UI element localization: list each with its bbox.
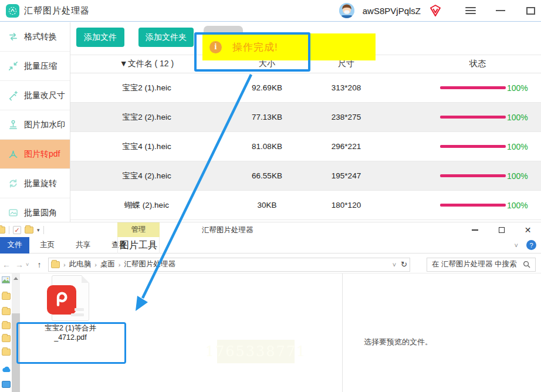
screenshot-stage: 汇帮图片处理器 awS8PVjPqlsZ 格式转换 批 [0, 0, 541, 392]
progress-bar [440, 86, 506, 89]
sidebar-item-image-to-pdf[interactable]: 图片转pdf [0, 140, 70, 169]
folder-icon[interactable] [2, 293, 11, 300]
file-size: 66.55KB [223, 171, 311, 180]
progress-percent: 100% [507, 201, 528, 210]
file-size: 30KB [223, 201, 311, 209]
folder-icon[interactable] [2, 335, 11, 342]
forward-icon[interactable]: → [13, 260, 26, 269]
batch-rotate-icon [8, 178, 19, 189]
explorer-titlebar: ✓ ▾ ✕ [0, 222, 541, 238]
tab-file[interactable]: 文件 [0, 237, 29, 254]
app-title: 汇帮图片处理器 [24, 5, 90, 16]
file-name: 蝴蝶 (2).heic [70, 200, 223, 211]
table-row[interactable]: 宝宝4 (1).heic 81.08KB 296*221 100% [70, 132, 541, 161]
pdf-file-icon [52, 275, 89, 321]
history-chevron-icon[interactable]: ˅ [26, 262, 33, 268]
watermark-box: 1765338771 [217, 340, 295, 363]
folder-icon [0, 227, 5, 234]
image-to-pdf-icon [8, 148, 19, 160]
help-icon[interactable]: ? [526, 240, 536, 250]
batch-resize-icon [8, 90, 19, 101]
sidebar-item-batch-rotate[interactable]: 批量旋转 [0, 169, 70, 198]
up-icon[interactable]: ↑ [33, 260, 46, 269]
breadcrumb-this-pc[interactable]: 此电脑 [66, 259, 95, 269]
sidebar-item-label: 批量旋转 [24, 178, 57, 189]
onedrive-cloud-icon[interactable] [2, 366, 11, 373]
file-dimension: 195*247 [311, 171, 381, 180]
file-dimension: 180*120 [311, 201, 381, 209]
address-dropdown-icon[interactable]: ˅ [393, 261, 396, 268]
search-placeholder: 在 汇帮图片处理器 中搜索 [432, 259, 516, 269]
checkmark-icon[interactable]: ✓ [13, 226, 21, 234]
app-logo-icon [6, 4, 19, 18]
user-avatar[interactable] [339, 3, 354, 18]
progress-percent: 100% [507, 171, 528, 181]
column-header-status[interactable]: 状态 [381, 59, 541, 69]
pdf-logo-icon [47, 285, 76, 315]
vip-badge-icon[interactable] [429, 4, 442, 17]
sidebar-item-label: 格式转换 [24, 32, 57, 42]
breadcrumb-desktop[interactable]: 桌面 [97, 259, 119, 269]
file-size: 77.13KB [223, 113, 311, 121]
file-size: 81.08KB [223, 142, 311, 151]
tab-manage[interactable]: 管理 [117, 222, 160, 237]
sidebar-item-format-convert[interactable]: 格式转换 [0, 22, 70, 52]
this-pc-icon[interactable] [2, 381, 11, 388]
preview-hint-text: 选择要预览的文件。 [364, 337, 516, 347]
batch-compress-icon [8, 60, 19, 72]
address-bar[interactable]: › 此电脑 › 桌面 › 汇帮图片处理器 ˅ ↻ [48, 258, 410, 272]
tab-picture-tools[interactable]: 图片工具 [117, 237, 160, 254]
sidebar-item-label: 图片加水印 [24, 120, 65, 130]
folder-icon[interactable] [25, 227, 33, 234]
progress-bar [440, 145, 506, 148]
app-minimize-button[interactable] [496, 10, 505, 11]
menu-icon[interactable] [465, 7, 476, 14]
refresh-icon[interactable]: ↻ [401, 260, 407, 269]
progress-bar [440, 204, 506, 207]
progress-bar [440, 174, 506, 177]
app-maximize-button[interactable] [526, 7, 535, 15]
table-row[interactable]: 宝宝2 (1).heic 92.69KB 313*208 100% [70, 73, 541, 103]
ribbon-tabs: 文件 主页 共享 查看 [0, 237, 541, 254]
folder-icon[interactable] [2, 349, 11, 356]
chevron-down-icon[interactable]: ▾ [37, 227, 40, 233]
annotation-highlight-box-file [16, 322, 126, 364]
folder-icon[interactable] [2, 322, 11, 329]
table-row[interactable]: 宝宝2 (2).heic 77.13KB 238*275 100% [70, 103, 541, 132]
pictures-icon[interactable] [2, 276, 10, 283]
sidebar-item-label: 批量改尺寸 [24, 90, 65, 101]
scroll-up-icon[interactable] [13, 277, 18, 280]
progress-percent: 100% [507, 83, 528, 93]
sidebar-item-batch-compress[interactable]: 批量压缩 [0, 52, 70, 81]
table-row[interactable]: 宝宝4 (2).heic 66.55KB 195*247 100% [70, 161, 541, 191]
file-dimension: 296*221 [311, 142, 381, 151]
file-name: 宝宝2 (1).heic [70, 83, 223, 93]
back-icon[interactable]: ← [0, 260, 13, 269]
sidebar-item-label: 批量圆角 [24, 208, 57, 218]
add-file-button[interactable]: 添加文件 [76, 28, 124, 47]
tab-share[interactable]: 共享 [65, 237, 101, 254]
sidebar-item-watermark[interactable]: 图片加水印 [0, 110, 70, 140]
sidebar-item-batch-resize[interactable]: 批量改尺寸 [0, 81, 70, 110]
add-folder-button[interactable]: 添加文件夹 [138, 28, 194, 47]
search-input[interactable]: 在 汇帮图片处理器 中搜索 [427, 258, 536, 272]
watermark-icon [8, 119, 19, 130]
explorer-minimize-button[interactable] [462, 222, 488, 238]
sidebar-item-label: 批量压缩 [24, 61, 57, 72]
explorer-close-button[interactable]: ✕ [515, 222, 541, 238]
explorer-maximize-button[interactable] [488, 222, 515, 238]
folder-icon[interactable] [2, 308, 11, 315]
progress-percent: 100% [507, 113, 528, 122]
file-name: 宝宝4 (2).heic [70, 171, 223, 181]
explorer-title: 汇帮图片处理器 [202, 225, 253, 235]
tab-home[interactable]: 主页 [29, 237, 65, 254]
annotation-highlight-box-toast [194, 32, 310, 72]
breadcrumb-folder[interactable]: 汇帮图片处理器 [121, 259, 180, 269]
app-titlebar: 汇帮图片处理器 awS8PVjPqlsZ [0, 0, 541, 22]
file-size: 92.69KB [223, 83, 311, 92]
preview-pane-divider[interactable] [342, 273, 343, 392]
sidebar-item-label: 图片转pdf [24, 149, 60, 160]
ribbon-collapse-icon[interactable]: ˅ [515, 242, 518, 249]
app-sidebar: 格式转换 批量压缩 批量改尺寸 图片加水印 图片转pdf 批量旋转 [0, 22, 70, 222]
table-row[interactable]: 蝴蝶 (2).heic 30KB 180*120 100% [70, 191, 541, 220]
